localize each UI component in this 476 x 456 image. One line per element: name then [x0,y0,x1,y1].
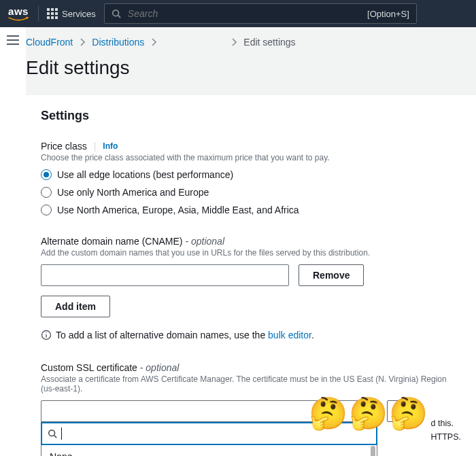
price-class-option-0[interactable]: Use all edge locations (best performance… [41,169,461,180]
dropdown-scrollbar[interactable] [371,446,375,456]
search-icon [48,429,57,438]
svg-line-6 [54,436,57,438]
cname-desc: Add the custom domain names that you use… [41,248,461,258]
cname-label: Alternate domain name (CNAME) [41,236,183,247]
top-nav: aws Services [Option+S] [0,0,476,27]
services-label: Services [62,9,96,19]
price-class-label: Price class [41,141,87,152]
info-icon [41,330,52,340]
chevron-right-icon [80,38,85,46]
search-shortcut-hint: [Option+S] [367,9,409,19]
ssl-option-none[interactable]: None [41,444,377,456]
svg-point-4 [46,332,46,333]
radio-label: Use all edge locations (best performance… [57,169,233,180]
remove-button[interactable]: Remove [299,264,364,286]
radio-icon [41,205,52,215]
thinking-face-icon: 🤔 [389,398,428,429]
chevron-right-icon [151,38,156,46]
radio-icon [41,187,52,198]
grid-icon [47,8,58,19]
text-caret [61,427,62,440]
add-item-button[interactable]: Add item [41,296,110,317]
bulk-editor-link[interactable]: bulk editor [268,330,311,340]
svg-line-1 [118,16,120,18]
card-title: Settings [41,109,461,123]
thinking-face-icon: 🤔 [349,398,388,429]
svg-point-5 [49,430,55,436]
breadcrumb: CloudFront Distributions Edit settings [26,37,476,48]
price-class-radio-group: Use all edge locations (best performance… [41,169,461,215]
ssl-obscured-text: d this. HTTPS. [431,417,461,444]
thinking-face-icon: 🤔 [309,398,347,429]
radio-label: Use only North America and Europe [57,187,209,198]
price-class-option-2[interactable]: Use North America, Europe, Asia, Middle … [41,205,461,215]
aws-logo[interactable]: aws [7,6,30,22]
svg-point-0 [113,10,119,16]
radio-label: Use North America, Europe, Asia, Middle … [57,205,299,215]
search-icon [112,9,121,18]
price-class-info-link[interactable]: Info [103,141,118,151]
cname-optional: - optional [185,236,224,247]
cname-input[interactable] [41,264,289,286]
cname-hint: To add a list of alternative domain name… [41,330,461,340]
breadcrumb-current: Edit settings [243,37,295,48]
global-search[interactable]: [Option+S] [104,3,417,24]
ssl-desc: Associate a certificate from AWS Certifi… [41,374,461,393]
page-title: Edit settings [26,57,476,79]
search-input[interactable] [126,7,362,20]
thinking-emoji-overlay: 🤔 🤔 🤔 [309,398,428,429]
services-menu[interactable]: Services [47,8,96,19]
ssl-label: Custom SSL certificate [41,362,137,373]
price-class-desc: Choose the price class associated with t… [41,153,461,162]
price-class-option-1[interactable]: Use only North America and Europe [41,187,461,198]
breadcrumb-cloudfront[interactable]: CloudFront [26,37,73,48]
breadcrumb-distributions[interactable]: Distributions [92,37,144,48]
chevron-right-icon [231,38,237,46]
radio-icon [41,169,52,180]
ssl-optional: - optional [140,362,180,373]
sidebar-toggle[interactable] [7,35,19,45]
nav-divider [38,6,39,21]
